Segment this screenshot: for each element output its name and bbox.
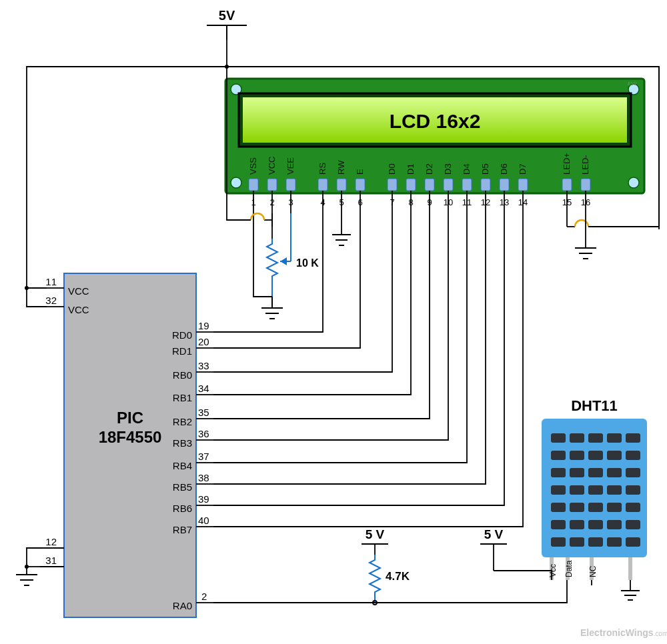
svg-rect-169: [588, 503, 603, 512]
svg-text:2: 2: [201, 591, 207, 602]
svg-rect-61: [562, 179, 572, 191]
svg-rect-59: [500, 179, 509, 191]
svg-rect-51: [337, 179, 346, 191]
svg-rect-171: [626, 503, 640, 512]
net-dht-gnd: [621, 580, 640, 600]
svg-text:10 K: 10 K: [296, 257, 319, 269]
svg-rect-153: [570, 451, 584, 460]
svg-rect-163: [570, 485, 584, 495]
svg-rect-149: [588, 433, 603, 443]
svg-rect-176: [626, 520, 640, 529]
svg-rect-181: [626, 537, 640, 547]
mcu-label1: PIC: [117, 409, 143, 427]
svg-rect-177: [551, 537, 566, 547]
svg-point-131: [25, 286, 29, 290]
svg-text:RB1: RB1: [173, 392, 192, 403]
svg-rect-56: [444, 179, 453, 191]
svg-text:RS: RS: [317, 163, 327, 175]
svg-rect-52: [356, 179, 365, 191]
net-mcu-gnd: [16, 548, 40, 585]
svg-text:40: 40: [198, 515, 209, 526]
svg-rect-48: [267, 179, 277, 191]
svg-rect-58: [481, 179, 490, 191]
resistor-4.7k: 4.7K: [370, 555, 410, 603]
svg-rect-133: [580, 229, 660, 237]
dht11: Vcc Data NC: [542, 419, 647, 580]
net-ledplus: [567, 213, 659, 227]
svg-text:EW: EW: [628, 81, 637, 87]
svg-text:39: 39: [198, 493, 209, 505]
svg-rect-185: [628, 557, 632, 580]
svg-rect-62: [581, 179, 590, 191]
svg-text:RB6: RB6: [173, 503, 192, 514]
svg-rect-49: [286, 179, 295, 191]
svg-text:5 V: 5 V: [366, 527, 385, 541]
svg-text:5V: 5V: [219, 8, 235, 23]
svg-text:VSS: VSS: [248, 157, 258, 175]
net-rw-gnd: [332, 213, 351, 245]
svg-rect-157: [551, 468, 566, 477]
svg-rect-180: [607, 537, 622, 547]
svg-rect-150: [607, 433, 622, 443]
pin-num-11: 11: [45, 276, 57, 287]
svg-marker-124: [280, 257, 287, 265]
lcd-module: LCD 16x2 EW: [225, 79, 644, 193]
svg-text:RA0: RA0: [173, 600, 192, 611]
svg-rect-60: [518, 179, 528, 191]
svg-text:VCC: VCC: [267, 157, 277, 175]
svg-text:19: 19: [198, 320, 209, 331]
watermark: ElectronicWings.com: [580, 627, 667, 638]
pot-10k: 10 K: [267, 213, 319, 297]
svg-text:33: 33: [198, 360, 209, 371]
svg-rect-47: [249, 179, 258, 191]
svg-point-42: [628, 177, 639, 188]
svg-text:35: 35: [198, 407, 209, 418]
svg-rect-53: [388, 179, 397, 191]
svg-rect-54: [406, 179, 416, 191]
svg-text:D5: D5: [480, 163, 490, 175]
svg-text:5 V: 5 V: [484, 527, 504, 541]
svg-text:LED-: LED-: [580, 155, 590, 175]
svg-rect-152: [551, 451, 566, 460]
svg-text:RB2: RB2: [173, 416, 192, 427]
svg-rect-160: [607, 468, 622, 477]
svg-rect-161: [626, 468, 640, 477]
svg-rect-170: [607, 503, 622, 512]
svg-rect-164: [588, 485, 603, 495]
svg-text:RB0: RB0: [173, 369, 192, 381]
svg-rect-151: [626, 433, 640, 443]
svg-text:D2: D2: [424, 163, 434, 175]
svg-point-41: [231, 177, 241, 188]
svg-text:D7: D7: [518, 163, 528, 175]
gnd-lcd-vss: [261, 297, 283, 319]
svg-rect-50: [318, 179, 327, 191]
svg-text:37: 37: [198, 451, 209, 462]
pin-num-31: 31: [45, 555, 57, 566]
svg-text:20: 20: [198, 336, 209, 347]
svg-text:NC: NC: [588, 565, 598, 577]
svg-text:D3: D3: [443, 163, 453, 175]
svg-text:RB5: RB5: [173, 481, 192, 493]
supply-5v-dht: 5 V: [480, 527, 507, 571]
svg-rect-148: [570, 433, 584, 443]
svg-rect-162: [551, 485, 566, 495]
svg-rect-156: [626, 451, 640, 460]
svg-rect-174: [588, 520, 603, 529]
svg-text:4.7K: 4.7K: [386, 570, 410, 583]
svg-point-141: [25, 565, 29, 569]
svg-text:E: E: [355, 169, 365, 175]
svg-rect-168: [570, 503, 584, 512]
circuit-diagram: PIC 18F4550 11 VCC 32 VCC 12 31 RD0 19 R…: [0, 0, 667, 644]
svg-rect-167: [551, 503, 566, 512]
pin-name-vcc-2: VCC: [68, 304, 89, 315]
net-dht-data: [213, 580, 567, 605]
lcd-text: LCD 16x2: [390, 110, 481, 132]
svg-text:RW: RW: [336, 160, 346, 175]
svg-rect-165: [607, 485, 622, 495]
svg-text:RB3: RB3: [173, 437, 192, 449]
svg-rect-147: [551, 433, 566, 443]
svg-rect-172: [551, 520, 566, 529]
svg-rect-179: [588, 537, 603, 547]
dht-title: DHT11: [571, 397, 618, 414]
pin-num-32: 32: [45, 295, 57, 306]
